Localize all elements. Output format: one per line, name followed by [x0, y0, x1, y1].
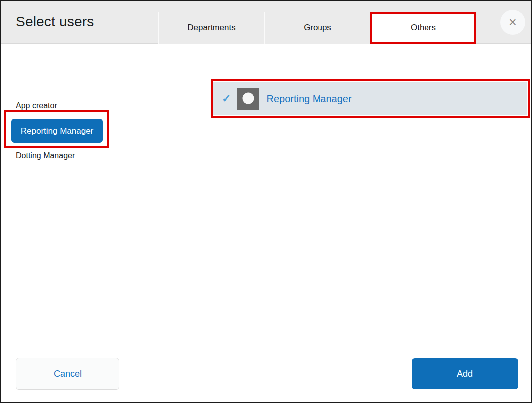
- user-avatar-icon: [237, 88, 259, 110]
- tab-departments[interactable]: Departments: [158, 12, 264, 44]
- select-users-dialog: Select users Departments Groups Others ×…: [0, 0, 532, 403]
- cancel-button-label: Cancel: [54, 369, 82, 379]
- dialog-header: Select users Departments Groups Others ×: [1, 1, 531, 44]
- selected-entry-row[interactable]: ✓ Reporting Manager: [213, 82, 527, 115]
- close-button[interactable]: ×: [500, 10, 525, 35]
- check-icon: ✓: [222, 93, 231, 104]
- tab-groups-label: Groups: [304, 23, 331, 33]
- tab-departments-label: Departments: [187, 23, 235, 33]
- page-title: Select users: [16, 14, 94, 30]
- left-panel-top-divider: [1, 83, 215, 83]
- tab-others[interactable]: Others: [370, 12, 476, 44]
- list-item-reporting-manager-selected[interactable]: Reporting Manager: [11, 119, 103, 143]
- selected-entry-label: Reporting Manager: [266, 93, 351, 105]
- list-item-app-creator[interactable]: App creator: [16, 101, 57, 110]
- tab-others-label: Others: [411, 23, 436, 33]
- add-button-label: Add: [457, 369, 473, 379]
- close-icon: ×: [509, 16, 517, 29]
- tab-bar: Departments Groups Others: [158, 12, 476, 44]
- list-item-reporting-manager-label: Reporting Manager: [21, 126, 94, 136]
- panel-vertical-divider: [215, 83, 215, 341]
- footer-divider: [1, 341, 531, 341]
- add-button[interactable]: Add: [412, 358, 518, 389]
- tab-groups[interactable]: Groups: [264, 12, 370, 44]
- list-item-dotting-manager[interactable]: Dotting Manager: [16, 151, 75, 160]
- cancel-button[interactable]: Cancel: [16, 358, 119, 390]
